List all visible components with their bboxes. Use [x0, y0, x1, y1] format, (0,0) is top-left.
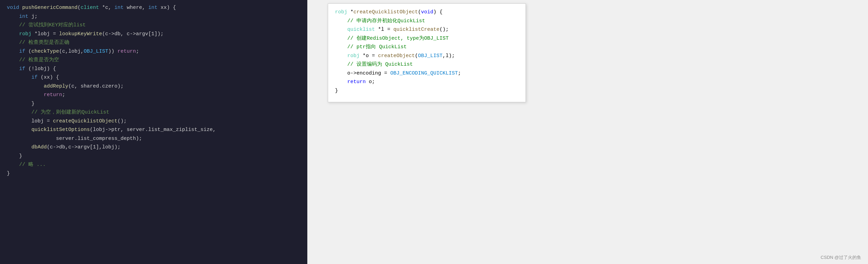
- code-line: // ptr指向 QuickList: [335, 43, 519, 52]
- code-line: if (xx) {: [7, 73, 300, 82]
- code-line: lobj = createQuicklistObject();: [7, 117, 300, 126]
- code-line: }: [335, 87, 519, 95]
- code-line: }: [7, 169, 300, 178]
- code-line: // 检查是否为空: [7, 56, 300, 65]
- right-code-panel: robj *createQuicklistObject(void) { // 申…: [328, 3, 526, 102]
- code-line: return o;: [335, 78, 519, 87]
- code-line: // 申请内存并初始化QuickList: [335, 17, 519, 26]
- code-line: int j;: [7, 12, 300, 21]
- code-line: // 为空，则创建新的QuickList: [7, 108, 300, 117]
- code-line: }: [7, 100, 300, 108]
- code-line: void pushGenericCommand(client *c, int w…: [7, 3, 300, 12]
- code-line: robj *o = createObject(OBJ_LIST,l);: [335, 52, 519, 61]
- code-line: dbAdd(c->db,c->argv[1],lobj);: [7, 143, 300, 152]
- code-line: robj *lobj = lookupKeyWrite(c->db, c->ar…: [7, 30, 300, 39]
- code-line: // 设置编码为 QuickList: [335, 60, 519, 69]
- code-line: if (checkType(c,lobj,OBJ_LIST)) return;: [7, 47, 300, 56]
- code-line: return;: [7, 91, 300, 100]
- code-line: // 检查类型是否正确: [7, 38, 300, 47]
- code-line: }: [7, 152, 300, 161]
- code-line: quicklist *l = quicklistCreate();: [335, 25, 519, 34]
- code-line: // 尝试找到KEY对应的list: [7, 21, 300, 30]
- code-line: quicklistSetOptions(lobj->ptr, server.li…: [7, 126, 300, 134]
- code-line: if (!lobj) {: [7, 65, 300, 74]
- code-line: // 略 ...: [7, 160, 300, 169]
- code-line: addReply(c, shared.czero);: [7, 82, 300, 91]
- watermark: CSDN @过了火的鱼: [821, 254, 861, 261]
- code-line: // 创建RedisObject, type为OBJ_LIST: [335, 34, 519, 43]
- code-line: robj *createQuicklistObject(void) {: [335, 8, 519, 17]
- left-code-panel: void pushGenericCommand(client *c, int w…: [0, 0, 307, 264]
- code-line: server.list_compress_depth);: [7, 134, 300, 143]
- code-line: o->encoding = OBJ_ENCODING_QUICKLIST;: [335, 69, 519, 78]
